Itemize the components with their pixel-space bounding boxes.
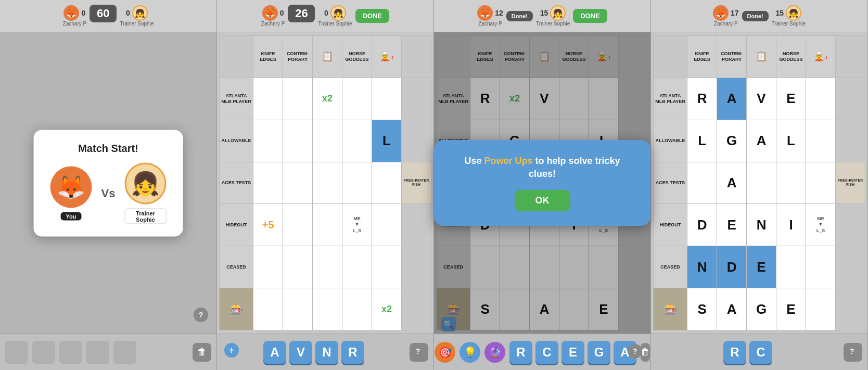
done-badge-3: Done!: [506, 11, 533, 21]
tile4-C[interactable]: C: [749, 341, 772, 364]
cell-b3: [313, 120, 342, 162]
tile-V[interactable]: V: [289, 341, 312, 364]
cell-f3: [313, 288, 342, 330]
player1-score: 🦊 0 Zachary P: [63, 5, 87, 27]
add-button-2[interactable]: +: [224, 343, 239, 358]
player1-big-avatar: 🦊: [50, 166, 92, 208]
cell-b1: [253, 120, 283, 162]
row-slot-icon: 🎰: [220, 288, 253, 330]
match-start-card: Match Start! 🦊 You Vs 👧 Trainer Sophie: [34, 130, 183, 236]
cell4-S: S: [687, 288, 717, 330]
p1-num-2: 0: [280, 9, 284, 17]
col4-norse: NORSE GODDESS: [776, 36, 806, 78]
tile3-E[interactable]: E: [561, 341, 584, 364]
powerup-3[interactable]: 🔮: [484, 342, 505, 363]
bottom-bar-2: + A V N R 🗑 ?: [217, 334, 433, 370]
player2-big-avatar: 👧: [124, 162, 166, 204]
header-row-4: KNIFE EDGES CONTEM- PORARY 📋 NORSE GODDE…: [654, 36, 865, 78]
cell-f2: [283, 288, 313, 330]
cell-b5-L: L: [372, 120, 401, 162]
cell4-L: L: [687, 120, 717, 162]
cell4-fish: FRESHWATER FISH: [835, 162, 865, 204]
cell4-e4: [776, 246, 806, 288]
corner-4: [654, 36, 687, 78]
cell-d2: [283, 204, 313, 246]
col4-contemp: CONTEM- PORARY: [717, 36, 747, 78]
cell4-A3: A: [717, 162, 747, 204]
row4-cease-lbl: CEASED: [654, 246, 687, 288]
tile3-R[interactable]: R: [509, 341, 532, 364]
cell-e1: [253, 246, 283, 288]
cell4-N-blue: N: [687, 246, 717, 288]
game-area-1: Match Start! 🦊 You Vs 👧 Trainer Sophie ?: [0, 32, 216, 334]
timer-lbl-2: Time Left: [292, 22, 311, 28]
player1-label: You: [61, 212, 82, 220]
p2-score-2: 0 👧 Trainer Sophie: [318, 5, 352, 27]
cell4-E-blue: E: [747, 246, 776, 288]
player1-wrap: 🦊 You: [50, 166, 92, 220]
help-button-1[interactable]: ?: [194, 308, 208, 322]
row4-hideout: HIDEOUT D E N I ME▼L_S: [654, 204, 865, 246]
player2-wrap: 👧 Trainer Sophie: [124, 162, 166, 224]
popup-highlight: Power Ups: [484, 156, 532, 166]
row4-atlanta: ATLANTA MLB PLAYER R A V E: [654, 78, 865, 120]
corner-cell: [220, 36, 253, 78]
done-button-3[interactable]: DONE: [573, 9, 607, 23]
bottom-bar-4: R C 🗑 ?: [651, 334, 867, 370]
p1-avatar-4: 🦊: [713, 5, 729, 21]
tiles-4: R C: [656, 341, 839, 364]
tile3-C[interactable]: C: [535, 341, 558, 364]
cell-c4: [342, 162, 372, 204]
cell-a3-mult: x2: [313, 78, 342, 120]
cell4-A4: A: [717, 288, 747, 330]
player1-score-num: 0: [81, 9, 85, 17]
p2-name-4: Trainer Sophie: [772, 21, 806, 27]
powerup-1[interactable]: 🎯: [435, 342, 455, 363]
player1-avatar: 🦊: [63, 5, 79, 21]
cell-a4: [342, 78, 372, 120]
help-button-4[interactable]: ?: [845, 344, 859, 359]
player1-name: Zachary P: [63, 21, 87, 27]
cell-a5: [372, 78, 401, 120]
cell4-A-blue: A: [717, 78, 747, 120]
popup-ok-button[interactable]: OK: [515, 190, 570, 211]
cell-d4-hint: ME▼L_S: [342, 204, 372, 246]
p2-num-2: 0: [324, 9, 328, 17]
cell4-V: V: [747, 78, 776, 120]
done-button-2[interactable]: DONE: [355, 9, 390, 23]
player2-label: Trainer Sophie: [124, 208, 166, 224]
cell4-a6: [835, 78, 865, 120]
panel-1: 🦊 0 Zachary P 60 Time Left 0 👧 Trainer S…: [0, 0, 217, 370]
tile-A[interactable]: A: [263, 341, 286, 364]
timer-val-2: 26: [288, 5, 315, 22]
empty-tile-1: [5, 341, 28, 364]
match-start-title: Match Start!: [78, 142, 138, 154]
cell-e2: [283, 246, 313, 288]
p1-avatar-2: 🦊: [262, 5, 278, 21]
col4-elf: 🧝-f: [806, 36, 835, 78]
p2-name-2: Trainer Sophie: [318, 21, 352, 27]
tile-R[interactable]: R: [341, 341, 364, 364]
powerup-2[interactable]: 💡: [459, 342, 480, 363]
p2-score-4: 15 👧 Trainer Sophie: [772, 5, 806, 27]
crossword-grid-2: KNIFE EDGES CONTEM- PORARY 📋 NORSE GODDE…: [219, 35, 431, 330]
cell-d1-plus: +5: [253, 204, 283, 246]
tile4-R[interactable]: R: [723, 341, 746, 364]
help-button-3[interactable]: ?: [628, 344, 642, 359]
cell-c5: [372, 162, 401, 204]
popup-overlay: Use Power Ups to help solve tricky clues…: [434, 32, 650, 334]
help-button-2[interactable]: ?: [411, 344, 425, 359]
cell4-c5: [806, 162, 835, 204]
cell4-E3: E: [776, 288, 806, 330]
row-aces-label: ACES TESTS: [220, 162, 253, 204]
tile3-G[interactable]: G: [588, 341, 610, 364]
cell-e3: [313, 246, 342, 288]
trash-button-1[interactable]: 🗑: [193, 343, 211, 362]
row-atlanta-label: ATLANTA MLB PLAYER: [220, 78, 253, 120]
score-bar-3: 🦊 12 Zachary P Done! 15 👧 Trainer Sophie…: [434, 0, 650, 32]
tile-N[interactable]: N: [315, 341, 338, 364]
cell4-E2: E: [717, 204, 747, 246]
row4-slot: 🎰 S A G E: [654, 288, 865, 330]
cell4-E: E: [776, 78, 806, 120]
panel-2: 🦊 0 Zachary P 26 Time Left 0 👧 Trainer S…: [217, 0, 434, 370]
